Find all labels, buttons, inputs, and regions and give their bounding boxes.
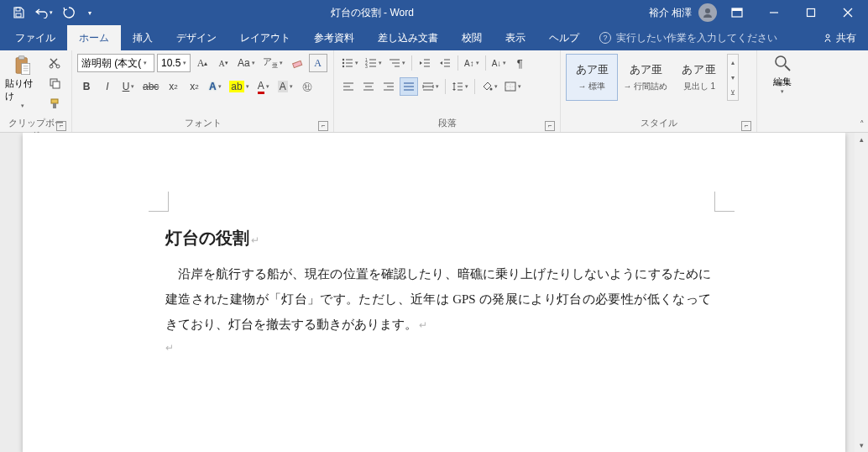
font-name-combo[interactable]: 游明朝 (本文(▾	[77, 54, 154, 72]
style-normal[interactable]: あア亜 → 標準	[566, 54, 618, 101]
tab-view[interactable]: 表示	[494, 25, 537, 50]
font-size-combo[interactable]: 10.5▾	[157, 54, 191, 72]
bold-button[interactable]: B	[77, 77, 96, 96]
window-title: 灯台の役割 - Word	[96, 6, 649, 20]
save-button[interactable]	[8, 3, 29, 23]
enclose-char-button[interactable]: ㊓	[298, 77, 316, 96]
svg-line-68	[785, 66, 790, 71]
svg-text:3: 3	[365, 64, 368, 68]
styles-launcher[interactable]: ⌐	[741, 121, 751, 131]
multilevel-icon	[389, 58, 400, 68]
cut-button[interactable]	[45, 54, 64, 72]
paste-button[interactable]: 貼り付け ▾	[5, 54, 40, 109]
shading-button[interactable]	[478, 77, 500, 96]
subscript-button[interactable]: x2	[164, 77, 182, 96]
align-left-icon	[342, 81, 354, 92]
document-body[interactable]: 沿岸を航行する船が、現在の位置を確認したり、暗礁に乗り上げたりしないようにするた…	[165, 261, 711, 337]
svg-point-63	[490, 88, 493, 91]
vertical-scrollbar[interactable]: ▴ ▾	[855, 133, 868, 452]
tell-me[interactable]: ? 実行したい作業を入力してください	[599, 31, 777, 45]
font-color-button[interactable]: A	[254, 77, 273, 96]
style-scroll-down[interactable]: ▾	[728, 70, 738, 85]
document-heading[interactable]: 灯台の役割	[165, 227, 711, 250]
distributed-button[interactable]	[420, 77, 442, 96]
text-direction-button[interactable]: A↕	[462, 54, 482, 72]
tab-file[interactable]: ファイル	[3, 25, 67, 50]
char-shading-button[interactable]: A	[275, 77, 295, 96]
style-name: → 行間詰め	[624, 81, 668, 92]
increase-indent-button[interactable]	[436, 54, 454, 72]
underline-button[interactable]: U	[119, 77, 138, 96]
italic-button[interactable]: I	[98, 77, 117, 96]
redo-button[interactable]	[59, 3, 79, 23]
show-marks-button[interactable]: ¶	[510, 54, 529, 72]
close-button[interactable]	[831, 0, 865, 25]
align-justify-button[interactable]	[400, 77, 418, 96]
tab-insert[interactable]: 挿入	[121, 25, 165, 50]
tab-help[interactable]: ヘルプ	[537, 25, 591, 50]
editing-label: 編集	[773, 76, 792, 88]
tab-layout[interactable]: レイアウト	[228, 25, 302, 50]
bullets-button[interactable]	[339, 54, 361, 72]
find-button[interactable]: 編集 ▾	[766, 54, 799, 104]
scroll-track[interactable]	[855, 146, 868, 439]
svg-rect-22	[292, 60, 301, 67]
avatar[interactable]	[698, 3, 717, 22]
numbering-icon: 123	[365, 58, 377, 68]
highlight-button[interactable]: ab	[227, 77, 251, 96]
align-center-icon	[363, 81, 374, 92]
tell-me-label: 実行したい作業を入力してください	[616, 31, 777, 45]
style-no-spacing[interactable]: あア亜 → 行間詰め	[620, 54, 672, 101]
style-scroll-up[interactable]: ▴	[728, 55, 738, 70]
sort-button[interactable]: A↓	[489, 54, 510, 72]
paste-label: 貼り付け	[5, 77, 40, 102]
grow-font-button[interactable]: A▴	[193, 54, 212, 72]
tab-mailings[interactable]: 差し込み文書	[366, 25, 450, 50]
tab-review[interactable]: 校閲	[450, 25, 494, 50]
brush-icon	[49, 97, 60, 109]
decrease-indent-button[interactable]	[416, 54, 434, 72]
clipboard-launcher[interactable]: ⌐	[56, 121, 66, 131]
style-heading1[interactable]: あア亜 見出し 1	[673, 54, 725, 101]
maximize-button[interactable]	[794, 0, 828, 25]
tab-home[interactable]: ホーム	[67, 25, 121, 50]
style-gallery-scroll[interactable]: ▴ ▾ ⊻	[727, 54, 739, 101]
format-painter-button[interactable]	[45, 94, 64, 113]
scroll-down-button[interactable]: ▾	[855, 439, 868, 452]
text-effects-button[interactable]: A	[206, 77, 224, 96]
share-button[interactable]: 共有	[811, 31, 868, 45]
strike-button[interactable]: abc	[140, 77, 161, 96]
undo-button[interactable]: ▾	[34, 3, 54, 23]
phonetic-button[interactable]: ア亜	[260, 54, 285, 72]
font-launcher[interactable]: ⌐	[318, 121, 328, 131]
scroll-up-button[interactable]: ▴	[855, 133, 868, 146]
align-right-button[interactable]	[379, 77, 398, 96]
paragraph-launcher[interactable]: ⌐	[545, 121, 555, 131]
multilevel-button[interactable]	[386, 54, 408, 72]
style-gallery-expand[interactable]: ⊻	[728, 85, 738, 100]
minimize-button[interactable]	[757, 0, 791, 25]
svg-rect-0	[16, 8, 20, 11]
copy-icon	[49, 77, 60, 89]
shrink-font-button[interactable]: A▾	[214, 54, 233, 72]
borders-button[interactable]	[502, 77, 524, 96]
clear-format-button[interactable]	[288, 54, 306, 72]
svg-rect-6	[808, 9, 815, 17]
share-label: 共有	[836, 31, 856, 45]
superscript-button[interactable]: x2	[185, 77, 203, 96]
tab-design[interactable]: デザイン	[165, 25, 228, 50]
collapse-ribbon-button[interactable]: ˄	[860, 119, 865, 130]
char-border-button[interactable]: A	[309, 54, 327, 72]
line-spacing-button[interactable]	[449, 77, 471, 96]
document-page[interactable]: 灯台の役割 沿岸を航行する船が、現在の位置を確認したり、暗礁に乗り上げたりしない…	[23, 133, 845, 452]
align-center-button[interactable]	[359, 77, 378, 96]
ribbon-options-button[interactable]	[720, 0, 754, 25]
tab-references[interactable]: 参考資料	[302, 25, 366, 50]
change-case-button[interactable]: Aa	[235, 54, 258, 72]
align-left-button[interactable]	[339, 77, 358, 96]
eraser-icon	[291, 57, 303, 69]
numbering-button[interactable]: 123	[363, 54, 384, 72]
copy-button[interactable]	[45, 74, 64, 92]
qat-customize[interactable]: ▾	[84, 3, 96, 23]
share-icon	[823, 33, 833, 43]
